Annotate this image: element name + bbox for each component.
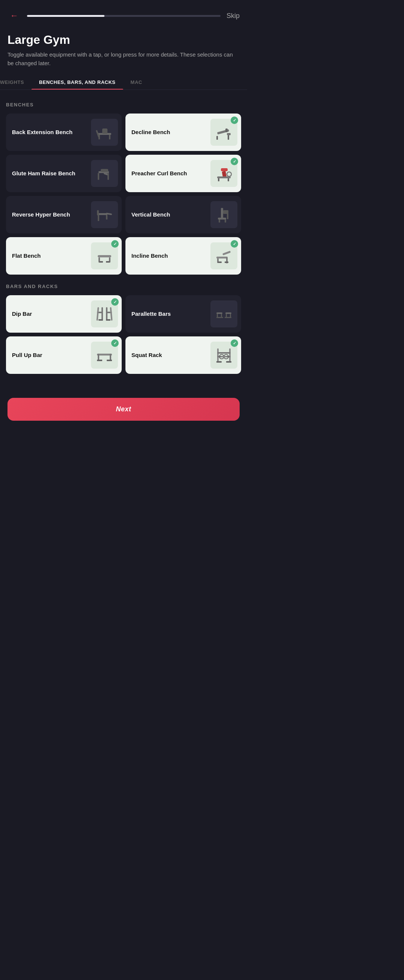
svg-rect-72: [221, 356, 227, 357]
card-label-incline-bench: Incline Bench: [131, 252, 211, 259]
svg-rect-43: [101, 307, 103, 321]
main-content: BENCHES Back Extension Bench ✓ Decline B…: [0, 90, 247, 392]
check-icon-flat-bench: ✓: [111, 240, 119, 248]
card-squat-rack[interactable]: ✓ Squat Rack: [125, 336, 241, 374]
card-back-extension-bench[interactable]: Back Extension Bench: [6, 113, 122, 151]
tab-bar: WEIGHTS BENCHES, BARS, AND RACKS MAC: [0, 75, 247, 90]
svg-rect-7: [216, 136, 218, 140]
svg-rect-57: [216, 317, 223, 318]
card-label-glute-ham-raise-bench: Glute Ham Raise Bench: [12, 170, 91, 177]
card-label-parallette-bars: Parallette Bars: [131, 310, 211, 318]
card-pull-up-bar[interactable]: ✓ Pull Up Bar: [6, 336, 122, 374]
svg-rect-24: [98, 215, 99, 221]
svg-rect-25: [106, 215, 108, 220]
check-icon-dip-bar: ✓: [111, 298, 119, 306]
svg-rect-37: [216, 257, 228, 258]
title-section: Large Gym Toggle available equipment wit…: [0, 27, 247, 75]
next-button[interactable]: Next: [8, 398, 240, 421]
svg-rect-63: [107, 360, 112, 361]
svg-rect-48: [106, 319, 111, 321]
card-glute-ham-raise-bench[interactable]: Glute Ham Raise Bench: [6, 155, 122, 192]
card-icon-vertical-bench: [211, 201, 238, 228]
svg-rect-9: [225, 129, 228, 132]
svg-rect-66: [217, 352, 231, 354]
svg-rect-27: [218, 218, 226, 220]
card-icon-reverse-hyper-bench: [91, 201, 118, 228]
card-preacher-curl-bench[interactable]: ✓ Preacher Curl Bench: [125, 155, 241, 192]
svg-rect-36: [106, 261, 110, 262]
bottom-area: Next: [0, 392, 247, 433]
card-label-vertical-bench: Vertical Bench: [131, 211, 211, 218]
svg-rect-44: [106, 307, 108, 321]
svg-rect-65: [229, 348, 231, 363]
check-icon-incline-bench: ✓: [231, 240, 238, 248]
svg-point-20: [227, 172, 231, 177]
tab-machines[interactable]: MAC: [123, 75, 150, 89]
svg-rect-19: [228, 178, 229, 181]
card-icon-glute-ham-raise-bench: [91, 160, 118, 187]
svg-rect-58: [225, 317, 231, 318]
check-icon-squat-rack: ✓: [231, 339, 238, 347]
svg-rect-52: [225, 312, 231, 314]
svg-rect-1: [102, 129, 108, 134]
card-reverse-hyper-bench[interactable]: Reverse Hyper Bench: [6, 196, 122, 233]
tab-benches-bars-racks[interactable]: BENCHES, BARS, AND RACKS: [32, 75, 123, 89]
card-incline-bench[interactable]: ✓ Incline Bench: [125, 237, 241, 275]
svg-rect-50: [110, 307, 112, 321]
svg-rect-8: [228, 135, 229, 140]
page-title: Large Gym: [8, 33, 240, 47]
card-parallette-bars[interactable]: Parallette Bars: [125, 295, 241, 332]
card-flat-bench[interactable]: ✓ Flat Bench: [6, 237, 122, 275]
svg-rect-13: [108, 173, 109, 180]
back-button[interactable]: ←: [8, 9, 21, 22]
card-icon-parallette-bars: [211, 301, 238, 328]
card-icon-back-extension-bench: [91, 119, 118, 146]
svg-rect-51: [216, 312, 222, 314]
page-subtitle: Toggle available equipment with a tap, o…: [8, 51, 240, 67]
header: ← Skip: [0, 0, 247, 27]
card-label-decline-bench: Decline Bench: [131, 129, 211, 136]
svg-rect-64: [217, 348, 219, 363]
card-label-squat-rack: Squat Rack: [131, 352, 211, 359]
svg-rect-38: [222, 251, 231, 255]
svg-rect-68: [216, 361, 222, 363]
svg-rect-31: [227, 212, 228, 219]
card-label-pull-up-bar: Pull Up Bar: [12, 352, 91, 359]
svg-rect-41: [218, 261, 222, 263]
svg-rect-6: [227, 133, 231, 135]
card-label-flat-bench: Flat Bench: [12, 252, 91, 259]
svg-rect-28: [219, 220, 220, 223]
benches-grid: Back Extension Bench ✓ Decline Bench: [6, 113, 241, 275]
svg-rect-12: [98, 173, 99, 180]
skip-button[interactable]: Skip: [227, 12, 240, 20]
back-arrow-icon: ←: [10, 11, 18, 21]
svg-rect-3: [109, 135, 111, 139]
check-icon-pull-up-bar: ✓: [111, 339, 119, 347]
card-vertical-bench[interactable]: Vertical Bench: [125, 196, 241, 233]
svg-rect-26: [221, 208, 223, 219]
svg-rect-62: [97, 360, 102, 361]
svg-rect-47: [98, 319, 103, 321]
svg-rect-18: [218, 178, 219, 181]
card-label-dip-bar: Dip Bar: [12, 310, 91, 318]
card-label-reverse-hyper-bench: Reverse Hyper Bench: [12, 211, 91, 218]
svg-rect-29: [225, 220, 226, 223]
card-dip-bar[interactable]: ✓ Dip Bar: [6, 295, 122, 332]
card-decline-bench[interactable]: ✓ Decline Bench: [125, 113, 241, 151]
svg-rect-42: [225, 261, 228, 263]
svg-rect-69: [226, 361, 231, 363]
svg-rect-32: [98, 255, 111, 257]
benches-section-header: BENCHES: [6, 102, 241, 108]
svg-rect-22: [97, 210, 99, 215]
svg-rect-15: [221, 168, 228, 171]
svg-rect-49: [96, 307, 99, 321]
progress-bar-fill: [27, 15, 105, 17]
bars-racks-section-header: BARS AND RACKS: [6, 283, 241, 289]
progress-bar: [27, 15, 220, 17]
tab-weights[interactable]: WEIGHTS: [0, 75, 32, 89]
check-icon-preacher-curl-bench: ✓: [231, 158, 238, 165]
svg-rect-35: [99, 261, 103, 262]
check-icon-decline-bench: ✓: [231, 116, 238, 124]
bars-racks-grid: ✓ Dip Bar Parallette Bars: [6, 295, 241, 374]
svg-rect-14: [101, 169, 108, 172]
